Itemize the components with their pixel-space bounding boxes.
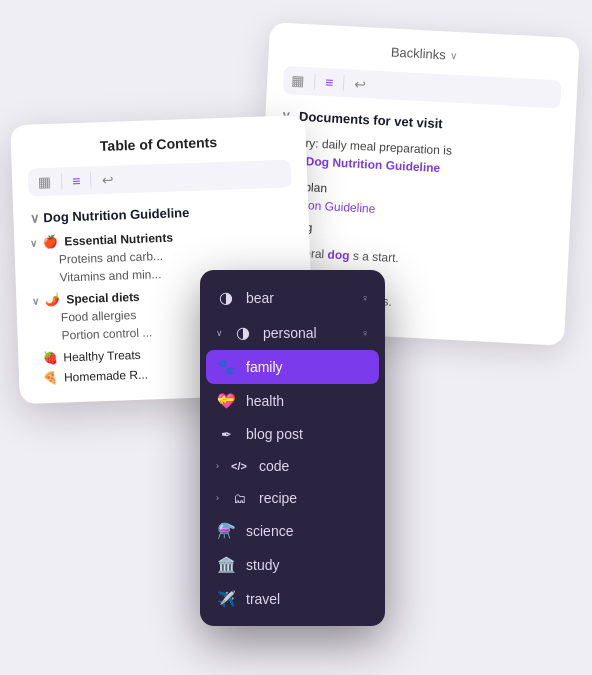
bar-chart-icon[interactable]: ▦ xyxy=(291,72,305,89)
menu-item-family[interactable]: 🐾 family xyxy=(206,350,379,384)
personal-right-icon: ♀ xyxy=(361,327,369,339)
toc-separator-2 xyxy=(90,172,92,188)
menu-item-recipe[interactable]: › 🗂 recipe xyxy=(200,482,385,514)
science-icon: ⚗️ xyxy=(216,522,236,540)
menu-item-study[interactable]: 🏛️ study xyxy=(200,548,385,582)
toc-bar-icon[interactable]: ▦ xyxy=(38,174,52,190)
toolbar-separator xyxy=(314,73,316,89)
health-icon: 💝 xyxy=(216,392,236,410)
toc-doc-title: ∨ Dog Nutrition Guideline xyxy=(29,201,292,225)
backlink-item-2: food plan Nutrition Guideline renting xyxy=(275,179,555,247)
menu-label-blog: blog post xyxy=(246,426,369,442)
backlinks-title: Backlinks xyxy=(391,44,447,62)
backlinks-section-title: ∨ Documents for vet visit xyxy=(281,108,559,138)
menu-label-personal: personal xyxy=(263,325,351,341)
menu-label-code: code xyxy=(259,458,369,474)
chevron-doc-icon: ∨ xyxy=(29,210,40,225)
chevron-essential-icon: ∨ xyxy=(30,237,37,248)
backlink-item-1: history: daily meal preparation is d on … xyxy=(279,133,559,184)
menu-label-study: study xyxy=(246,557,369,573)
chevron-special-icon: ∨ xyxy=(32,295,39,306)
list-icon[interactable]: ≡ xyxy=(325,74,334,90)
toc-item-healthy-label: Healthy Treats xyxy=(63,348,141,365)
toc-list-icon[interactable]: ≡ xyxy=(72,173,81,189)
bear-right-icon: ♀ xyxy=(361,292,369,304)
toc-title: Table of Contents xyxy=(27,131,290,156)
expand-code-icon: › xyxy=(216,461,219,471)
menu-label-bear: bear xyxy=(246,290,351,306)
backlink-highlight-1: dog xyxy=(327,247,350,262)
backlink-link-1[interactable]: Dog Nutrition Guideline xyxy=(305,154,440,175)
toolbar-separator2 xyxy=(343,75,345,91)
menu-label-health: health xyxy=(246,393,369,409)
menu-item-bear[interactable]: ◑ bear ♀ xyxy=(200,280,385,315)
bear-icon: ◑ xyxy=(216,288,236,307)
menu-item-personal[interactable]: ∨ ◑ personal ♀ xyxy=(200,315,385,350)
menu-label-science: science xyxy=(246,523,369,539)
menu-item-blog[interactable]: ✒ blog post xyxy=(200,418,385,450)
chevron-down-icon: ∨ xyxy=(449,50,457,61)
menu-item-science[interactable]: ⚗️ science xyxy=(200,514,385,548)
menu-label-travel: travel xyxy=(246,591,369,607)
menu-label-family: family xyxy=(246,359,369,375)
toc-reply-icon[interactable]: ↩ xyxy=(101,172,114,188)
expand-recipe-icon: › xyxy=(216,493,219,503)
family-icon: 🐾 xyxy=(216,358,236,376)
recipe-icon: 🗂 xyxy=(229,491,249,506)
code-icon: </> xyxy=(229,460,249,472)
menu-item-code[interactable]: › </> code xyxy=(200,450,385,482)
dropdown-menu: ◑ bear ♀ ∨ ◑ personal ♀ 🐾 family 💝 healt… xyxy=(200,270,385,626)
backlinks-header: Backlinks ∨ xyxy=(285,39,563,69)
expand-personal-icon: ∨ xyxy=(216,328,223,338)
personal-icon: ◑ xyxy=(233,323,253,342)
blog-icon: ✒ xyxy=(216,427,236,442)
reply-icon[interactable]: ↩ xyxy=(354,76,367,93)
backlinks-toolbar: ▦ ≡ ↩ xyxy=(283,66,562,109)
menu-item-health[interactable]: 💝 health xyxy=(200,384,385,418)
toc-item-homemade-label: Homemade R... xyxy=(64,368,148,385)
menu-label-recipe: recipe xyxy=(259,490,369,506)
travel-icon: ✈️ xyxy=(216,590,236,608)
toc-toolbar: ▦ ≡ ↩ xyxy=(28,159,292,196)
menu-item-travel[interactable]: ✈️ travel xyxy=(200,582,385,616)
study-icon: 🏛️ xyxy=(216,556,236,574)
toc-separator-1 xyxy=(61,173,63,189)
